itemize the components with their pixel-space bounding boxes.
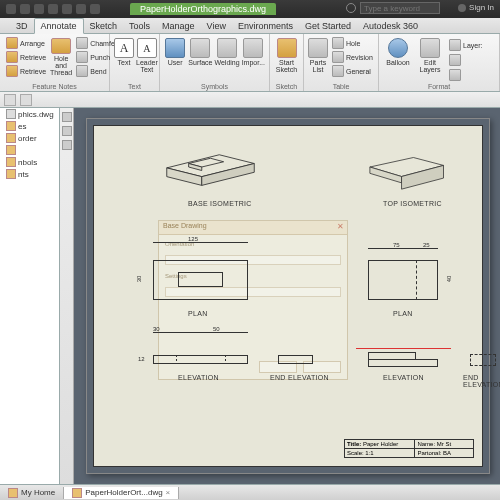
- document-title-tab: PaperHolderOrthographics.dwg: [130, 3, 276, 15]
- signin-link[interactable]: Sign In: [458, 3, 494, 12]
- browser-root[interactable]: phics.dwg: [0, 108, 59, 120]
- retrieve2-button[interactable]: Retrieve: [4, 64, 48, 78]
- tab-home[interactable]: My Home: [0, 487, 64, 499]
- text-button[interactable]: AText: [114, 36, 134, 76]
- panel-feature-notes: Arrange Retrieve Retrieve Hole and Threa…: [0, 34, 110, 91]
- ribbon-tab-manage[interactable]: Manage: [156, 19, 201, 33]
- plan-dashline: [416, 260, 438, 300]
- quick-access-toolbar[interactable]: [0, 4, 106, 14]
- plan-slot: [178, 272, 223, 287]
- model-browser[interactable]: phics.dwg es order nbols nts: [0, 108, 60, 484]
- panel-label: Feature Notes: [4, 83, 105, 91]
- panel-label: Text: [114, 83, 155, 91]
- panel-label: Symbols: [164, 83, 265, 91]
- dim: 25: [423, 242, 430, 248]
- browser-node[interactable]: nts: [0, 168, 59, 180]
- view-base-isometric[interactable]: [158, 136, 263, 191]
- format-row2[interactable]: [447, 53, 484, 67]
- tab-document[interactable]: PaperHolderOrt...dwg×: [64, 487, 179, 499]
- view-elevation-1[interactable]: [153, 355, 248, 364]
- main-area: phics.dwg es order nbols nts BAS: [0, 108, 500, 484]
- browser-node[interactable]: [0, 144, 59, 156]
- layer-dropdown[interactable]: Layer:: [447, 38, 484, 52]
- close-icon[interactable]: ✕: [337, 222, 344, 231]
- ribbon-tab-3d[interactable]: 3D: [10, 19, 34, 33]
- general-button[interactable]: General: [330, 64, 375, 78]
- start-sketch-button[interactable]: Start Sketch: [274, 36, 299, 76]
- dim: 30: [136, 276, 142, 283]
- drawing-sheet: BASE ISOMETRIC TOP ISOMETRIC Base Drawin…: [86, 118, 490, 474]
- ribbon: Arrange Retrieve Retrieve Hole and Threa…: [0, 34, 500, 92]
- retrieve-button[interactable]: Retrieve: [4, 50, 48, 64]
- search-icon: [346, 3, 356, 13]
- ribbon-tab-strip: 3D Annotate Sketch Tools Manage View Env…: [0, 18, 500, 34]
- leader-text-button[interactable]: ALeader Text: [136, 36, 158, 76]
- hole-table-button[interactable]: Hole: [330, 36, 375, 50]
- label-base-iso: BASE ISOMETRIC: [188, 200, 252, 207]
- view-top-isometric[interactable]: [358, 142, 453, 192]
- ribbon-tab-environments[interactable]: Environments: [232, 19, 299, 33]
- panel-label: Sketch: [274, 83, 299, 91]
- hole-thread-button[interactable]: Hole and Thread: [50, 36, 72, 76]
- label-end-elevation: END ELEVATION: [270, 374, 329, 381]
- view-end-elevation-2[interactable]: [470, 354, 496, 366]
- welding-button[interactable]: Welding: [214, 36, 239, 76]
- label-plan: PLAN: [393, 310, 413, 317]
- ribbon-tab-annotate[interactable]: Annotate: [34, 18, 84, 34]
- format-row3[interactable]: [447, 68, 484, 82]
- ribbon-tab-view[interactable]: View: [201, 19, 232, 33]
- import-button[interactable]: Impor...: [242, 36, 265, 76]
- panel-label: Table: [308, 83, 374, 91]
- browser-node[interactable]: nbols: [0, 156, 59, 168]
- ribbon-tab-tools[interactable]: Tools: [123, 19, 156, 33]
- label-plan: PLAN: [188, 310, 208, 317]
- dim: 40: [446, 276, 452, 283]
- close-icon[interactable]: ×: [166, 488, 171, 497]
- browser-node[interactable]: es: [0, 120, 59, 132]
- ribbon-tab-getstarted[interactable]: Get Started: [299, 19, 357, 33]
- balloon-button[interactable]: Balloon: [383, 36, 413, 76]
- drawing-canvas[interactable]: BASE ISOMETRIC TOP ISOMETRIC Base Drawin…: [60, 108, 500, 484]
- browser-node[interactable]: order: [0, 132, 59, 144]
- titlebar: PaperHolderOrthographics.dwg Sign In: [0, 0, 500, 18]
- dialog-title: Base Drawing: [159, 221, 347, 235]
- panel-text: AText ALeader Text Text: [110, 34, 160, 91]
- view-toolbar[interactable]: [60, 108, 74, 484]
- panel-sketch: Start Sketch Sketch: [270, 34, 304, 91]
- document-tabs: My Home PaperHolderOrt...dwg×: [0, 484, 500, 500]
- arrange-button[interactable]: Arrange: [4, 36, 48, 50]
- panel-table: Parts List Hole Revision General Table: [304, 34, 379, 91]
- label-elevation: ELEVATION: [383, 374, 424, 381]
- surface-button[interactable]: Surface: [188, 36, 212, 76]
- user-symbol-button[interactable]: User: [164, 36, 186, 76]
- label-end-elevation: END ELEVATION: [463, 374, 500, 388]
- help-search[interactable]: [346, 2, 440, 14]
- panel-symbols: User Surface Welding Impor... Symbols: [160, 34, 270, 91]
- panel-format: Balloon Edit Layers Layer: Format: [379, 34, 500, 91]
- parts-list-button[interactable]: Parts List: [308, 36, 328, 76]
- title-block: Title: Paper HolderName: Mr St Scale: 1:…: [344, 439, 474, 458]
- selection-highlight: [356, 348, 451, 349]
- view-end-elevation-1[interactable]: [278, 355, 313, 364]
- panel-label: Format: [383, 83, 495, 91]
- label-top-iso: TOP ISOMETRIC: [383, 200, 442, 207]
- search-input[interactable]: [360, 2, 440, 14]
- quick-toolbar[interactable]: [0, 92, 500, 108]
- ribbon-tab-sketch[interactable]: Sketch: [84, 19, 124, 33]
- edit-layers-button[interactable]: Edit Layers: [415, 36, 445, 76]
- ribbon-tab-a360[interactable]: Autodesk 360: [357, 19, 424, 33]
- revision-button[interactable]: Revision: [330, 50, 375, 64]
- dim: 12: [138, 356, 145, 362]
- view-elevation-2a[interactable]: [368, 352, 416, 359]
- label-elevation: ELEVATION: [178, 374, 219, 381]
- view-elevation-2b[interactable]: [368, 359, 438, 367]
